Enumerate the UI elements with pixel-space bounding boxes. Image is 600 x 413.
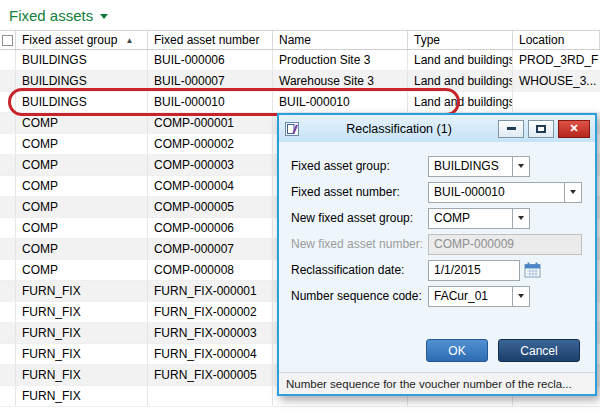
dialog-status-bar: Number sequence for the voucher number o… xyxy=(279,372,595,394)
row-selector[interactable] xyxy=(0,239,16,259)
row-selector[interactable] xyxy=(0,155,16,175)
row-selector[interactable] xyxy=(0,386,16,406)
cell-location xyxy=(513,92,600,112)
column-header-location[interactable]: Location xyxy=(513,31,600,49)
chevron-down-icon xyxy=(518,294,524,298)
maximize-icon xyxy=(536,125,546,133)
new-fixed-asset-group-combo[interactable]: COMP xyxy=(428,208,530,229)
cell-number: COMP-000007 xyxy=(148,239,273,259)
row-selector[interactable] xyxy=(0,218,16,238)
cell-number: FURN_FIX-000002 xyxy=(148,302,273,322)
field-value: COMP-000009 xyxy=(434,237,514,251)
page-title: Fixed assets xyxy=(9,7,93,24)
select-all-checkbox[interactable] xyxy=(2,35,13,46)
calendar-icon xyxy=(524,262,541,278)
column-header-label: Fixed asset group xyxy=(22,33,117,47)
row-selector[interactable] xyxy=(0,176,16,196)
row-selector[interactable] xyxy=(0,50,16,70)
select-all-cell xyxy=(0,31,16,49)
dropdown-button[interactable] xyxy=(512,209,529,228)
cancel-button[interactable]: Cancel xyxy=(498,339,580,362)
row-selector[interactable] xyxy=(0,71,16,91)
field-row: Number sequence code: FACur_01 xyxy=(291,285,582,307)
cell-number: COMP-000003 xyxy=(148,155,273,175)
chevron-down-icon[interactable] xyxy=(100,14,108,19)
field-label: Fixed asset number: xyxy=(291,185,428,199)
field-label: New fixed asset group: xyxy=(291,211,428,225)
cell-group: COMP xyxy=(16,197,148,217)
new-fixed-asset-number-field: COMP-000009 xyxy=(428,234,582,255)
dialog-body: Fixed asset group: BUILDINGS Fixed asset… xyxy=(279,142,595,372)
reclassification-date-input[interactable]: 1/1/2015 xyxy=(428,260,520,281)
cell-group: COMP xyxy=(16,218,148,238)
field-row: Reclassification date: 1/1/2015 xyxy=(291,259,582,281)
sort-asc-icon: ▲ xyxy=(125,36,133,45)
dropdown-button[interactable] xyxy=(564,183,581,202)
maximize-button[interactable] xyxy=(528,120,554,138)
combo-value: BUIL-000010 xyxy=(429,183,564,202)
cell-number: COMP-000004 xyxy=(148,176,273,196)
column-header-label: Location xyxy=(519,33,564,47)
cell-number: COMP-000001 xyxy=(148,113,273,133)
combo-value: COMP xyxy=(429,209,512,228)
chevron-down-icon xyxy=(518,216,524,220)
column-header-name[interactable]: Name xyxy=(273,31,408,49)
dialog-icon xyxy=(284,121,300,137)
minimize-icon xyxy=(507,127,516,130)
field-value: 1/1/2015 xyxy=(434,263,481,277)
row-selector[interactable] xyxy=(0,302,16,322)
minimize-button[interactable] xyxy=(498,120,524,138)
combo-value: FACur_01 xyxy=(429,287,512,306)
cell-number: COMP-000005 xyxy=(148,197,273,217)
cell-location: WHOUSE_3... xyxy=(513,71,600,91)
cell-group: COMP xyxy=(16,260,148,280)
row-selector[interactable] xyxy=(0,260,16,280)
cell-group: COMP xyxy=(16,155,148,175)
dropdown-button[interactable] xyxy=(512,157,529,176)
row-selector[interactable] xyxy=(0,113,16,133)
close-button[interactable]: ✕ xyxy=(558,120,590,138)
row-selector[interactable] xyxy=(0,197,16,217)
cell-number: FURN_FIX-000003 xyxy=(148,323,273,343)
cell-number xyxy=(148,386,273,406)
column-header-type[interactable]: Type xyxy=(408,31,513,49)
column-header-fixed-asset-number[interactable]: Fixed asset number xyxy=(148,31,273,49)
field-row: Fixed asset number: BUIL-000010 xyxy=(291,181,582,203)
cell-number: FURN_FIX-000001 xyxy=(148,281,273,301)
field-label: New fixed asset number: xyxy=(291,237,428,251)
cell-number: FURN_FIX-000005 xyxy=(148,365,273,385)
cell-group: FURN_FIX xyxy=(16,344,148,364)
cell-group: COMP xyxy=(16,176,148,196)
row-selector[interactable] xyxy=(0,365,16,385)
cell-location: PROD_3RD_F xyxy=(513,50,600,70)
row-selector[interactable] xyxy=(0,281,16,301)
number-sequence-code-combo[interactable]: FACur_01 xyxy=(428,286,530,307)
cell-group: COMP xyxy=(16,113,148,133)
cell-number: COMP-000002 xyxy=(148,134,273,154)
column-header-fixed-asset-group[interactable]: Fixed asset group ▲ xyxy=(16,31,148,49)
ok-button[interactable]: OK xyxy=(426,339,488,362)
close-icon: ✕ xyxy=(569,122,578,135)
dialog-titlebar: Reclassification (1) ✕ xyxy=(279,115,595,142)
row-selector[interactable] xyxy=(0,323,16,343)
cell-group: FURN_FIX xyxy=(16,386,148,406)
dialog-title: Reclassification (1) xyxy=(304,122,494,136)
fixed-asset-group-combo[interactable]: BUILDINGS xyxy=(428,156,530,177)
field-label: Reclassification date: xyxy=(291,263,428,277)
cell-group: FURN_FIX xyxy=(16,281,148,301)
cell-group: FURN_FIX xyxy=(16,323,148,343)
cell-number: BUIL-000006 xyxy=(148,50,273,70)
table-row[interactable]: BUILDINGS BUIL-000006 Production Site 3 … xyxy=(0,50,600,71)
field-label: Fixed asset group: xyxy=(291,159,428,173)
field-row: New fixed asset group: COMP xyxy=(291,207,582,229)
row-selector[interactable] xyxy=(0,344,16,364)
cell-number: COMP-000006 xyxy=(148,218,273,238)
field-row: Fixed asset group: BUILDINGS xyxy=(291,155,582,177)
row-selector[interactable] xyxy=(0,134,16,154)
cell-group: FURN_FIX xyxy=(16,365,148,385)
calendar-button[interactable] xyxy=(522,260,543,281)
column-header-label: Name xyxy=(279,33,311,47)
fixed-asset-number-combo[interactable]: BUIL-000010 xyxy=(428,182,582,203)
dropdown-button[interactable] xyxy=(512,287,529,306)
column-header-label: Fixed asset number xyxy=(154,33,259,47)
